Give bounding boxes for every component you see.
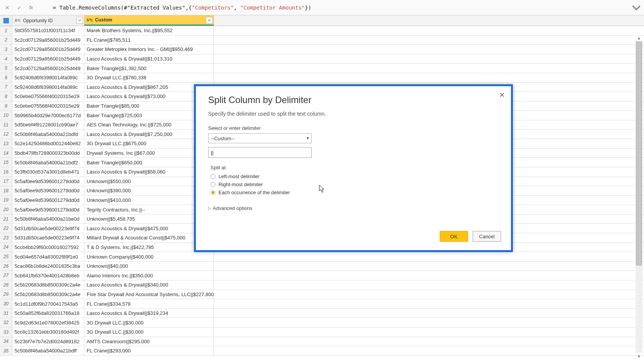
cell-opportunity-id[interactable]: 5c23bf7e7b7e2d0024d89182 xyxy=(12,337,84,346)
cell-opportunity-id[interactable]: 5c1d11df0f9b2700417543a5 xyxy=(12,299,84,308)
row-number: 25 xyxy=(0,252,12,261)
scroll-thumb[interactable] xyxy=(636,41,642,265)
cell-custom[interactable]: Five Star Drywall And Acoustical Systems… xyxy=(84,290,214,299)
cell-custom[interactable]: Lasco Acoustics & Drywall||$319,234 xyxy=(84,309,214,318)
table-row[interactable]: 275cb641fb6370e4001428b8ebAlamo Interior… xyxy=(0,271,644,280)
table-row[interactable]: 55c2cd07129a856001b25d449Baker Triangle|… xyxy=(0,64,644,73)
cell-opportunity-id[interactable]: 5cc8c13261ebb300160d492f xyxy=(12,328,84,337)
row-number: 20 xyxy=(0,205,12,214)
scroll-track[interactable] xyxy=(636,41,642,353)
cell-opportunity-id[interactable]: 5d5bebf4f91228001cb90ae7 xyxy=(12,120,84,129)
cell-opportunity-id[interactable]: 5c50b8f46aba54000a21bdfd xyxy=(12,130,84,139)
vertical-scrollbar[interactable]: ▲ ▼ xyxy=(636,34,642,360)
radio-each-occurrence[interactable]: Each occurrence of the delimiter xyxy=(210,190,499,195)
formula-prefix: = Table.RemoveColumns(#"Extracted Values… xyxy=(53,5,192,11)
filter-button-opportunity[interactable] xyxy=(76,17,83,24)
cell-opportunity-id[interactable]: 5c50b8f46aba54000a21bdff xyxy=(12,346,84,355)
cell-custom[interactable]: Unknown Company||$400,000 xyxy=(84,252,214,261)
cell-opportunity-id[interactable]: 5c3fb030d537a3001d8eb471 xyxy=(12,167,84,177)
table-row[interactable]: 265cac86b1b8de24001835c3baUnknown||$40,0… xyxy=(0,262,644,271)
cell-custom[interactable]: Lasco Acoustics & Drywall||$1,013,310 xyxy=(84,54,214,64)
cell-opportunity-id[interactable]: 5c5af0ee9d5396001279dd0d xyxy=(12,186,84,195)
col-head-custom[interactable]: Custom xyxy=(84,15,214,26)
table-row[interactable]: 345c23bf7e7b7e2d0024d89182AMTS Cleanroom… xyxy=(0,337,644,347)
cell-opportunity-id[interactable]: 5c9d2d63d1e078002ef38425 xyxy=(12,318,84,327)
cell-custom[interactable]: Unknown||$40,000 xyxy=(84,262,214,271)
table-row[interactable]: 35c2cd07129a856001b25d449Greater Metropl… xyxy=(0,45,644,54)
cell-custom[interactable]: Marek Brothers Systems, Inc.||$95,552 xyxy=(84,26,214,35)
scroll-down-icon[interactable]: ▼ xyxy=(636,353,642,360)
radio-left-most[interactable]: Left-most delimiter xyxy=(210,174,499,179)
cell-opportunity-id[interactable]: 5d31db50cae5de00223e9f74 xyxy=(12,224,84,233)
advanced-options-toggle[interactable]: ▷ Advanced options xyxy=(208,205,499,211)
cell-custom[interactable]: FL Crane||$334,578 xyxy=(84,299,214,308)
cancel-button[interactable]: Cancel xyxy=(473,231,501,242)
cell-opportunity-id[interactable]: 5c50a852f6da820031766a18 xyxy=(12,309,84,318)
cell-custom[interactable]: Alamo Interiors Inc.||$350,000 xyxy=(84,271,214,280)
cell-custom[interactable]: Baker Triangle||$1,382,500 xyxy=(84,64,214,73)
cell-custom[interactable]: FL Crane||$293,000 xyxy=(84,346,214,355)
cell-opportunity-id[interactable]: 5cb641fb6370e4001428b8eb xyxy=(12,271,84,280)
cell-custom[interactable]: FL Crane||$785,511 xyxy=(84,36,214,45)
cell-opportunity-id[interactable]: 5c2cd07129a856001b25d449 xyxy=(12,36,84,45)
row-number: 24 xyxy=(0,243,12,252)
cell-opportunity-id[interactable]: 5c0ebe075566f40020315e29 xyxy=(12,92,84,101)
cell-opportunity-id[interactable]: 5ccb4bb29f60c00016027592 xyxy=(12,243,84,252)
table-row[interactable]: 15bf3557581c01f001f11c34fMarek Brothers … xyxy=(0,26,644,36)
cancel-formula-icon[interactable]: ✕ xyxy=(3,3,12,12)
accept-formula-icon[interactable]: ✓ xyxy=(15,3,24,12)
cell-opportunity-id[interactable]: 5cac86b1b8de24001835c3ba xyxy=(12,262,84,271)
cell-custom[interactable]: 3G Drywall LLC.||$780,338 xyxy=(84,73,214,82)
cell-opportunity-id[interactable]: 5c50b8f46aba54000a21bdf2 xyxy=(12,158,84,167)
table-row[interactable]: 25c2cd07129a856001b25d449FL Crane||$785,… xyxy=(0,36,644,45)
cell-opportunity-id[interactable]: 5c5af0ee9d5396001279dd0d xyxy=(12,205,84,214)
table-row[interactable]: 315c50a852f6da820031766a18Lasco Acoustic… xyxy=(0,309,644,318)
table-row[interactable]: 355c50b8f46aba54000a21bdffFL Crane||$293… xyxy=(0,346,644,356)
cell-opportunity-id[interactable]: 5c5b20683d8b8500309c2a4e xyxy=(12,280,84,290)
cell-opportunity-id[interactable]: 5bdb478fb7289000323b00dd xyxy=(12,149,84,158)
cell-opportunity-id[interactable]: 5d31db50cae5de00223e9f74 xyxy=(12,233,84,242)
radio-right-most[interactable]: Right-most delimiter xyxy=(210,182,499,187)
dialog-title: Split Column by Delimiter xyxy=(208,95,499,105)
cell-custom[interactable]: 3G Drywall LLC.||$30,000 xyxy=(84,318,214,327)
cell-opportunity-id[interactable]: 5c50b8f46aba54000a21be0d xyxy=(12,215,84,224)
col-head-opportunity-id[interactable]: Opportunity ID xyxy=(12,15,84,26)
table-row[interactable]: 295c5b20683d8b8500309c2a4eFive Star Dryw… xyxy=(0,290,644,300)
cell-opportunity-id[interactable]: 5c2cd07129a856001b25d449 xyxy=(12,64,84,73)
cell-custom[interactable]: Greater Metroplex Interiors Inc. - GMI||… xyxy=(84,45,214,54)
cell-opportunity-id[interactable]: 5c92408d6f83980014fa089c xyxy=(12,73,84,82)
close-icon[interactable]: ✕ xyxy=(499,91,505,99)
expand-formula-icon[interactable] xyxy=(632,3,641,12)
table-row[interactable]: 335cc8c13261ebb300160d492f3G Drywall LLC… xyxy=(0,328,644,337)
cell-opportunity-id[interactable]: 5c2cd07129a856001b25d449 xyxy=(12,45,84,54)
row-number: 17 xyxy=(0,177,12,186)
cell-opportunity-id[interactable]: 5c2e14250486bd0012440e82 xyxy=(12,139,84,148)
radio-right-label: Right-most delimiter xyxy=(219,182,263,187)
table-row[interactable]: 325c9d2d63d1e078002ef384253G Drywall LLC… xyxy=(0,318,644,328)
cell-opportunity-id[interactable]: 5c5b20683d8b8500309c2a4e xyxy=(12,290,84,299)
cell-opportunity-id[interactable]: 5c2cd07129a856001b25d449 xyxy=(12,54,84,64)
cell-custom[interactable]: AMTS Cleanroom||$295,000 xyxy=(84,337,214,346)
table-row[interactable]: 45c2cd07129a856001b25d449Lasco Acoustics… xyxy=(0,54,644,64)
cell-opportunity-id[interactable]: 5c0ebe075566f40020315e29 xyxy=(12,102,84,111)
filter-button-custom[interactable] xyxy=(206,17,213,24)
cell-opportunity-id[interactable]: 5c92408d6f83980014fa089c xyxy=(12,83,84,92)
table-corner[interactable] xyxy=(0,15,12,26)
row-number: 9 xyxy=(0,102,12,111)
table-row[interactable]: 255cd04e657d4a83002f89f1e0Unknown Compan… xyxy=(0,252,644,262)
cell-opportunity-id[interactable]: 5b9965b40d29e7000ec6177d xyxy=(12,111,84,120)
cell-custom[interactable]: Lasco Acoustics & Drywall||$340,000 xyxy=(84,280,214,290)
table-row[interactable]: 305c1d11df0f9b2700417543a5FL Crane||$334… xyxy=(0,299,644,309)
cell-opportunity-id[interactable]: 5cd04e657d4a83002f89f1e0 xyxy=(12,252,84,261)
cell-opportunity-id[interactable]: 5bf3557581c01f001f11c34f xyxy=(12,26,84,35)
cell-opportunity-id[interactable]: 5c5af0ee9d5396001279dd0d xyxy=(12,177,84,186)
delimiter-select[interactable]: --Custom-- ▼ xyxy=(208,133,312,143)
table-row[interactable]: 65c92408d6f83980014fa089c3G Drywall LLC.… xyxy=(0,73,644,83)
formula-text[interactable]: = Table.RemoveColumns(#"Extracted Values… xyxy=(37,0,628,17)
table-row[interactable]: 285c5b20683d8b8500309c2a4eLasco Acoustic… xyxy=(0,280,644,290)
delimiter-input[interactable] xyxy=(208,147,312,158)
ok-button[interactable]: OK xyxy=(440,231,468,242)
cell-opportunity-id[interactable]: 5c5af0ee9d5396001279dd0d xyxy=(12,196,84,205)
cell-custom[interactable]: 3G Drywall LLC.||$30,000 xyxy=(84,328,214,337)
scroll-up-icon[interactable]: ▲ xyxy=(636,34,642,41)
